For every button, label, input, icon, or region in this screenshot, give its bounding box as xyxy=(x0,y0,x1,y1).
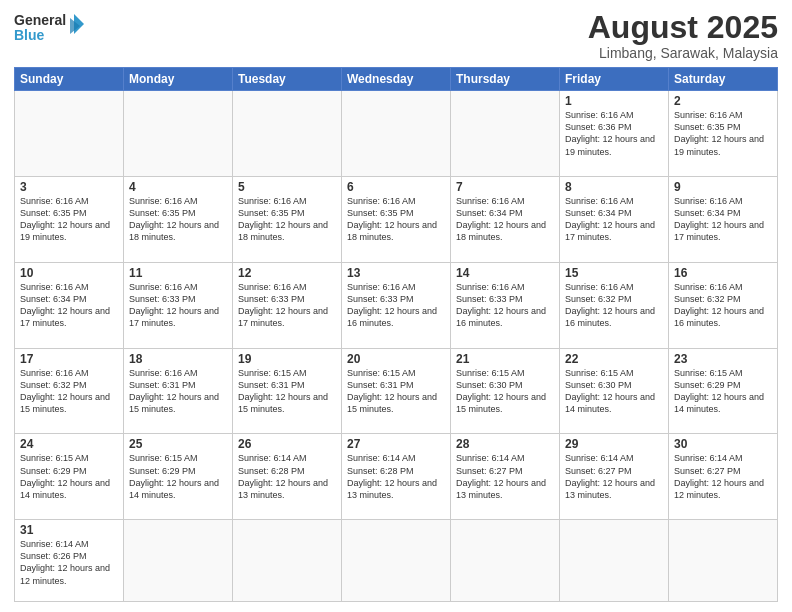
table-row: 1Sunrise: 6:16 AM Sunset: 6:36 PM Daylig… xyxy=(560,91,669,177)
table-row: 29Sunrise: 6:14 AM Sunset: 6:27 PM Dayli… xyxy=(560,434,669,520)
table-row: 9Sunrise: 6:16 AM Sunset: 6:34 PM Daylig… xyxy=(669,176,778,262)
col-thursday: Thursday xyxy=(451,68,560,91)
day-number: 25 xyxy=(129,437,227,451)
day-number: 10 xyxy=(20,266,118,280)
day-number: 15 xyxy=(565,266,663,280)
day-info: Sunrise: 6:15 AM Sunset: 6:30 PM Dayligh… xyxy=(456,367,554,416)
day-number: 7 xyxy=(456,180,554,194)
day-number: 11 xyxy=(129,266,227,280)
day-number: 12 xyxy=(238,266,336,280)
table-row xyxy=(669,520,778,602)
month-year-title: August 2025 xyxy=(588,10,778,45)
logo: General Blue xyxy=(14,10,84,46)
day-number: 22 xyxy=(565,352,663,366)
table-row: 7Sunrise: 6:16 AM Sunset: 6:34 PM Daylig… xyxy=(451,176,560,262)
day-info: Sunrise: 6:14 AM Sunset: 6:28 PM Dayligh… xyxy=(238,452,336,501)
table-row: 19Sunrise: 6:15 AM Sunset: 6:31 PM Dayli… xyxy=(233,348,342,434)
svg-text:General: General xyxy=(14,12,66,28)
day-info: Sunrise: 6:16 AM Sunset: 6:35 PM Dayligh… xyxy=(238,195,336,244)
day-number: 20 xyxy=(347,352,445,366)
day-number: 16 xyxy=(674,266,772,280)
day-info: Sunrise: 6:16 AM Sunset: 6:35 PM Dayligh… xyxy=(20,195,118,244)
day-info: Sunrise: 6:14 AM Sunset: 6:26 PM Dayligh… xyxy=(20,538,118,587)
table-row: 10Sunrise: 6:16 AM Sunset: 6:34 PM Dayli… xyxy=(15,262,124,348)
col-monday: Monday xyxy=(124,68,233,91)
day-number: 14 xyxy=(456,266,554,280)
day-number: 13 xyxy=(347,266,445,280)
calendar-header-row: Sunday Monday Tuesday Wednesday Thursday… xyxy=(15,68,778,91)
day-info: Sunrise: 6:15 AM Sunset: 6:29 PM Dayligh… xyxy=(129,452,227,501)
day-info: Sunrise: 6:16 AM Sunset: 6:35 PM Dayligh… xyxy=(674,109,772,158)
table-row: 17Sunrise: 6:16 AM Sunset: 6:32 PM Dayli… xyxy=(15,348,124,434)
day-number: 1 xyxy=(565,94,663,108)
day-info: Sunrise: 6:16 AM Sunset: 6:33 PM Dayligh… xyxy=(456,281,554,330)
table-row: 21Sunrise: 6:15 AM Sunset: 6:30 PM Dayli… xyxy=(451,348,560,434)
day-number: 19 xyxy=(238,352,336,366)
table-row: 31Sunrise: 6:14 AM Sunset: 6:26 PM Dayli… xyxy=(15,520,124,602)
logo-svg: General Blue xyxy=(14,10,84,46)
day-number: 9 xyxy=(674,180,772,194)
day-number: 31 xyxy=(20,523,118,537)
table-row: 20Sunrise: 6:15 AM Sunset: 6:31 PM Dayli… xyxy=(342,348,451,434)
table-row: 22Sunrise: 6:15 AM Sunset: 6:30 PM Dayli… xyxy=(560,348,669,434)
table-row xyxy=(560,520,669,602)
day-info: Sunrise: 6:16 AM Sunset: 6:36 PM Dayligh… xyxy=(565,109,663,158)
table-row xyxy=(342,91,451,177)
day-info: Sunrise: 6:15 AM Sunset: 6:31 PM Dayligh… xyxy=(347,367,445,416)
day-info: Sunrise: 6:14 AM Sunset: 6:28 PM Dayligh… xyxy=(347,452,445,501)
table-row: 15Sunrise: 6:16 AM Sunset: 6:32 PM Dayli… xyxy=(560,262,669,348)
table-row: 18Sunrise: 6:16 AM Sunset: 6:31 PM Dayli… xyxy=(124,348,233,434)
col-tuesday: Tuesday xyxy=(233,68,342,91)
table-row: 23Sunrise: 6:15 AM Sunset: 6:29 PM Dayli… xyxy=(669,348,778,434)
day-info: Sunrise: 6:16 AM Sunset: 6:32 PM Dayligh… xyxy=(20,367,118,416)
table-row: 27Sunrise: 6:14 AM Sunset: 6:28 PM Dayli… xyxy=(342,434,451,520)
table-row xyxy=(451,520,560,602)
day-info: Sunrise: 6:16 AM Sunset: 6:34 PM Dayligh… xyxy=(20,281,118,330)
table-row: 14Sunrise: 6:16 AM Sunset: 6:33 PM Dayli… xyxy=(451,262,560,348)
day-info: Sunrise: 6:15 AM Sunset: 6:31 PM Dayligh… xyxy=(238,367,336,416)
col-wednesday: Wednesday xyxy=(342,68,451,91)
table-row: 8Sunrise: 6:16 AM Sunset: 6:34 PM Daylig… xyxy=(560,176,669,262)
day-number: 24 xyxy=(20,437,118,451)
day-number: 18 xyxy=(129,352,227,366)
table-row xyxy=(124,91,233,177)
page-header: General Blue August 2025 Limbang, Sarawa… xyxy=(14,10,778,61)
day-number: 23 xyxy=(674,352,772,366)
day-number: 6 xyxy=(347,180,445,194)
table-row: 12Sunrise: 6:16 AM Sunset: 6:33 PM Dayli… xyxy=(233,262,342,348)
day-number: 17 xyxy=(20,352,118,366)
title-block: August 2025 Limbang, Sarawak, Malaysia xyxy=(588,10,778,61)
table-row: 24Sunrise: 6:15 AM Sunset: 6:29 PM Dayli… xyxy=(15,434,124,520)
day-number: 8 xyxy=(565,180,663,194)
table-row xyxy=(124,520,233,602)
table-row: 26Sunrise: 6:14 AM Sunset: 6:28 PM Dayli… xyxy=(233,434,342,520)
day-info: Sunrise: 6:16 AM Sunset: 6:35 PM Dayligh… xyxy=(129,195,227,244)
day-number: 3 xyxy=(20,180,118,194)
day-info: Sunrise: 6:15 AM Sunset: 6:29 PM Dayligh… xyxy=(20,452,118,501)
day-number: 4 xyxy=(129,180,227,194)
day-info: Sunrise: 6:15 AM Sunset: 6:29 PM Dayligh… xyxy=(674,367,772,416)
location-subtitle: Limbang, Sarawak, Malaysia xyxy=(588,45,778,61)
day-number: 26 xyxy=(238,437,336,451)
day-info: Sunrise: 6:16 AM Sunset: 6:32 PM Dayligh… xyxy=(674,281,772,330)
day-info: Sunrise: 6:14 AM Sunset: 6:27 PM Dayligh… xyxy=(565,452,663,501)
table-row: 28Sunrise: 6:14 AM Sunset: 6:27 PM Dayli… xyxy=(451,434,560,520)
calendar-table: Sunday Monday Tuesday Wednesday Thursday… xyxy=(14,67,778,602)
day-info: Sunrise: 6:16 AM Sunset: 6:33 PM Dayligh… xyxy=(238,281,336,330)
table-row: 5Sunrise: 6:16 AM Sunset: 6:35 PM Daylig… xyxy=(233,176,342,262)
day-info: Sunrise: 6:16 AM Sunset: 6:34 PM Dayligh… xyxy=(456,195,554,244)
day-info: Sunrise: 6:16 AM Sunset: 6:34 PM Dayligh… xyxy=(565,195,663,244)
day-number: 28 xyxy=(456,437,554,451)
day-number: 21 xyxy=(456,352,554,366)
day-info: Sunrise: 6:16 AM Sunset: 6:31 PM Dayligh… xyxy=(129,367,227,416)
table-row xyxy=(451,91,560,177)
table-row xyxy=(233,91,342,177)
day-number: 30 xyxy=(674,437,772,451)
day-number: 29 xyxy=(565,437,663,451)
day-info: Sunrise: 6:15 AM Sunset: 6:30 PM Dayligh… xyxy=(565,367,663,416)
day-info: Sunrise: 6:16 AM Sunset: 6:34 PM Dayligh… xyxy=(674,195,772,244)
day-info: Sunrise: 6:16 AM Sunset: 6:33 PM Dayligh… xyxy=(347,281,445,330)
table-row: 11Sunrise: 6:16 AM Sunset: 6:33 PM Dayli… xyxy=(124,262,233,348)
table-row: 4Sunrise: 6:16 AM Sunset: 6:35 PM Daylig… xyxy=(124,176,233,262)
table-row: 3Sunrise: 6:16 AM Sunset: 6:35 PM Daylig… xyxy=(15,176,124,262)
